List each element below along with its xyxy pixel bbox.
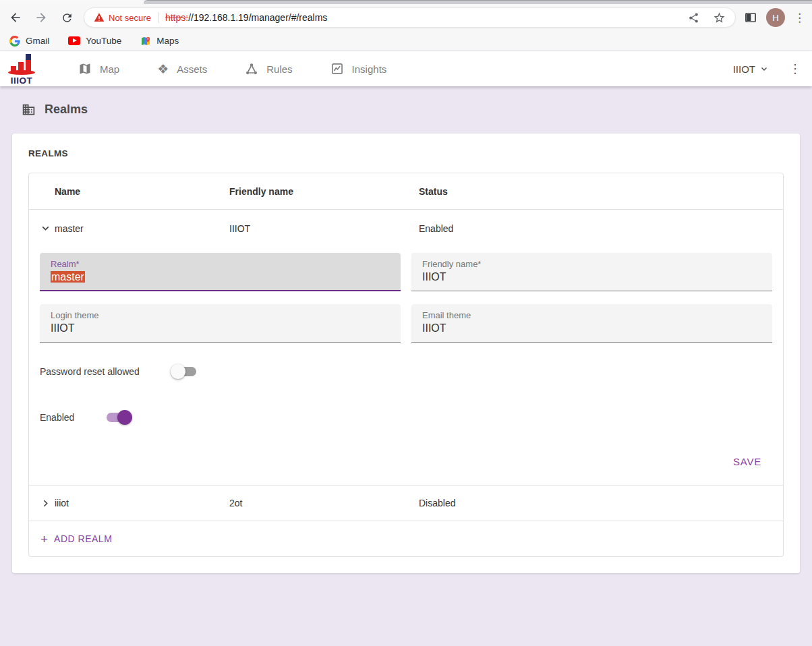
friendly-name-input[interactable]: Friendly name* IIIOT [411,253,772,291]
friendly-name-input-label: Friendly name* [422,259,761,269]
bookmark-maps[interactable]: Maps [140,36,179,47]
nav-label: Rules [266,63,292,75]
add-realm-label: ADD REALM [54,533,112,544]
url-text[interactable]: https://192.168.1.19/manager/#/realms [165,12,680,23]
panel-heading: REALMS [28,148,784,158]
chevron-down-icon[interactable] [40,223,51,234]
bookmark-youtube[interactable]: YouTube [68,36,121,46]
cell-status: Enabled [419,223,783,234]
avatar-letter: H [772,13,778,23]
omnibox-divider [158,12,158,23]
cell-name: iiiot [55,498,229,508]
realm-input[interactable]: Realm* master [40,253,401,291]
enabled-row: Enabled [40,407,772,428]
enabled-label: Enabled [40,412,74,423]
cell-friendly-name: IIIOT [229,223,419,234]
table-row-master[interactable]: master IIIOT Enabled [29,210,783,247]
page-title: Realms [22,102,800,117]
rules-icon [245,62,258,76]
login-theme-input[interactable]: Login theme IIIOT [40,304,401,343]
reload-icon [61,11,74,24]
bookmarks-bar: Gmail YouTube Maps [0,31,812,51]
friendly-name-input-value: IIIOT [422,271,761,283]
browser-toolbar: Not secure https://192.168.1.19/manager/… [0,4,812,31]
tab-strip-background [144,0,812,4]
cell-status: Disabled [419,498,783,508]
browser-tab-strip [0,0,812,4]
save-button[interactable]: SAVE [733,456,761,467]
bookmark-label: Gmail [26,36,49,46]
nav-label: Insights [352,63,387,75]
profile-avatar[interactable]: H [766,8,785,27]
realms-table: Name Friendly name Status master IIIOT E… [28,173,784,557]
toggle-knob [171,364,185,379]
table-header-row: Name Friendly name Status [29,173,783,210]
nav-item-insights[interactable]: Insights [330,62,387,76]
login-theme-input-value: IIIOT [51,322,390,334]
address-bar[interactable]: Not secure https://192.168.1.19/manager/… [84,7,736,28]
login-theme-input-label: Login theme [51,310,390,320]
app-menu-icon[interactable]: ⋮ [789,63,801,75]
side-panel-icon[interactable] [744,11,757,24]
forward-arrow-icon [34,11,48,24]
not-secure-warning-icon[interactable] [94,12,105,23]
enabled-toggle[interactable] [107,413,131,422]
bookmark-gmail[interactable]: Gmail [9,36,49,47]
page-content: Realms REALMS Name Friendly name Status … [0,86,812,573]
bookmark-label: YouTube [86,36,121,46]
page-title-text: Realms [45,102,88,117]
password-reset-label: Password reset allowed [40,366,140,377]
realms-panel: REALMS Name Friendly name Status master … [12,134,800,573]
nav-item-assets[interactable]: ❖ Assets [157,62,207,76]
browser-menu-icon[interactable]: ⋮ [794,12,805,24]
realm-selector[interactable]: IIIOT [733,63,769,75]
column-header-friendly-name: Friendly name [229,186,419,197]
logo-bar-chart-icon [10,57,33,75]
app-header: IIIOT Map ❖ Assets Rules Insights IIIOT … [0,51,812,86]
email-theme-input[interactable]: Email theme IIIOT [411,304,772,343]
reload-button[interactable] [58,9,76,26]
toggle-knob [117,410,132,425]
plus-icon: + [40,533,48,546]
url-rest: //192.168.1.19/manager/#/realms [188,12,327,23]
column-header-status: Status [419,186,783,197]
map-icon [78,62,92,76]
nav-label: Map [100,63,119,75]
realm-input-value[interactable]: master [51,271,85,283]
cell-name: master [55,223,229,234]
back-button[interactable] [7,9,24,26]
column-header-name: Name [55,186,229,197]
maps-icon [140,36,151,47]
main-nav: Map ❖ Assets Rules Insights [78,62,386,76]
email-theme-input-label: Email theme [422,310,761,320]
youtube-icon [68,36,80,45]
email-theme-input-value: IIIOT [422,322,761,334]
url-scheme-struck: https: [165,12,188,23]
forward-button[interactable] [32,9,50,26]
bookmark-label: Maps [156,36,179,46]
google-icon [9,36,20,47]
add-realm-button[interactable]: + ADD REALM [29,521,783,556]
table-row-iiiot[interactable]: iiiot 2ot Disabled [29,485,783,521]
cell-friendly-name: 2ot [229,498,419,508]
logo-text: IIIOT [11,76,33,86]
nav-label: Assets [177,63,207,75]
password-reset-row: Password reset allowed [40,361,772,382]
security-status-label[interactable]: Not secure [109,13,151,23]
chevron-right-icon[interactable] [40,498,51,509]
share-icon[interactable] [688,12,699,24]
realm-input-label: Realm* [51,259,390,269]
bookmark-star-icon[interactable] [713,11,726,24]
nav-item-rules[interactable]: Rules [245,62,292,76]
assets-icon: ❖ [157,63,169,76]
realm-selector-label: IIIOT [733,63,755,75]
insights-icon [330,62,344,76]
realms-building-icon [22,102,36,117]
back-arrow-icon [9,11,22,24]
app-logo[interactable]: IIIOT [5,57,38,86]
chevron-down-icon [759,64,769,74]
password-reset-toggle[interactable] [172,367,196,376]
nav-item-map[interactable]: Map [78,62,119,76]
active-tab-edge [0,0,144,4]
realm-edit-form: Realm* master Friendly name* IIIOT Login… [29,247,783,467]
